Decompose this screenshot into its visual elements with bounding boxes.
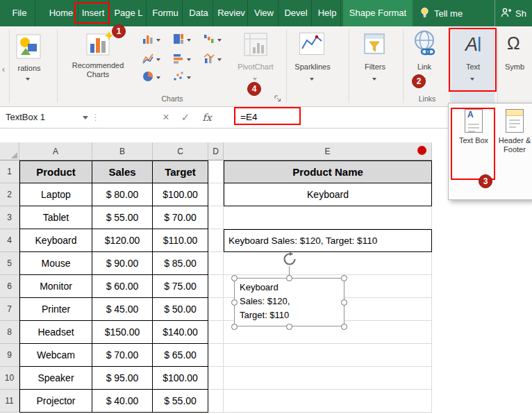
filters-button[interactable]: Filters — [350, 63, 400, 72]
link-button[interactable]: Link — [406, 63, 443, 72]
formula-input[interactable]: =E4 — [240, 107, 257, 127]
cell-A6[interactable]: Monitor — [19, 275, 92, 298]
cell-C11[interactable]: $ 55.00 — [153, 390, 208, 413]
insert-column-chart-button[interactable] — [138, 32, 165, 49]
row-header-11[interactable]: 11 — [0, 390, 19, 413]
cell-B2[interactable]: $ 80.00 — [92, 183, 153, 206]
row-header-4[interactable]: 4 — [0, 229, 19, 252]
tell-me[interactable]: Tell me — [419, 0, 463, 26]
cell-E5[interactable] — [224, 252, 432, 275]
cell-C5[interactable]: $ 85.00 — [153, 252, 208, 275]
cell-E2[interactable]: Keyboard — [224, 183, 432, 206]
cell-E1[interactable]: Product Name — [224, 160, 432, 183]
enter-button[interactable]: ✓ — [176, 107, 194, 128]
menu-item-text-box[interactable]: A Text Box — [454, 109, 494, 145]
cell-D9[interactable] — [208, 344, 224, 367]
cell-A9[interactable]: Webcam — [19, 344, 92, 367]
rotate-handle[interactable] — [283, 252, 297, 269]
cell-A1[interactable]: Product — [19, 160, 92, 183]
menu-item-header-footer[interactable]: Header & Footer — [498, 109, 531, 154]
tab-insert[interactable]: Insert — [78, 0, 109, 26]
cell-D1[interactable] — [208, 160, 224, 183]
resize-handle-bottom-right[interactable] — [341, 324, 347, 330]
cell-D3[interactable] — [208, 206, 224, 229]
symbols-button[interactable]: Symb — [497, 63, 532, 72]
cell-A2[interactable]: Laptop — [19, 183, 92, 206]
tab-review[interactable]: Reviev — [215, 0, 248, 26]
share-button[interactable]: Sh — [494, 0, 532, 26]
tab-file[interactable]: File — [4, 0, 35, 26]
cell-C6[interactable]: $ 75.00 — [153, 275, 208, 298]
cell-E11[interactable] — [224, 390, 432, 413]
row-header-2[interactable]: 2 — [0, 183, 19, 206]
cell-D4[interactable] — [208, 229, 224, 252]
cell-C2[interactable]: $100.00 — [153, 183, 208, 206]
insert-pie-chart-button[interactable] — [138, 69, 165, 86]
tab-home[interactable]: Home — [44, 0, 78, 26]
insert-scatter-chart-button[interactable] — [168, 69, 196, 86]
cell-B4[interactable]: $120.00 — [92, 229, 153, 252]
row-header-10[interactable]: 10 — [0, 367, 19, 390]
insert-line-chart-button[interactable] — [138, 51, 165, 68]
cancel-button[interactable]: × — [157, 107, 175, 128]
tab-page-layout[interactable]: Page L — [111, 0, 147, 26]
resize-handle-top-left[interactable] — [231, 275, 238, 281]
tab-formulas[interactable]: Formu — [149, 0, 183, 26]
tab-developer[interactable]: Devel — [281, 0, 312, 26]
column-header-A[interactable]: A — [19, 142, 92, 160]
cell-B11[interactable]: $ 40.00 — [92, 390, 153, 413]
insert-waterfall-chart-button[interactable] — [199, 32, 226, 49]
cell-C9[interactable]: $ 65.00 — [153, 344, 208, 367]
cell-E3[interactable] — [224, 206, 432, 229]
charts-dialog-launcher[interactable] — [274, 93, 282, 106]
row-header-9[interactable]: 9 — [0, 344, 19, 367]
cell-A10[interactable]: Speaker — [19, 367, 92, 390]
cell-A8[interactable]: Headset — [19, 321, 92, 344]
select-all-corner[interactable] — [0, 142, 19, 160]
cell-B8[interactable]: $150.00 — [92, 321, 153, 344]
name-box-dropdown-icon[interactable] — [83, 116, 88, 119]
recommended-charts-button[interactable]: Recommended Charts — [60, 61, 136, 79]
column-header-B[interactable]: B — [92, 142, 153, 160]
cell-B10[interactable]: $ 95.00 — [92, 367, 153, 390]
resize-handle-bottom-middle[interactable] — [286, 324, 292, 330]
insert-hierarchy-chart-button[interactable] — [168, 32, 196, 49]
cell-B1[interactable]: Sales — [92, 160, 153, 183]
cell-D2[interactable] — [208, 183, 224, 206]
cell-C1[interactable]: Target — [153, 160, 208, 183]
cell-E10[interactable] — [224, 367, 432, 390]
cell-B3[interactable]: $ 55.00 — [92, 206, 153, 229]
pivotchart-button[interactable]: PivotChart — [229, 63, 282, 72]
cell-B5[interactable]: $ 90.00 — [92, 252, 153, 275]
insert-function-button[interactable]: fx — [197, 107, 217, 128]
row-header-7[interactable]: 7 — [0, 298, 19, 321]
resize-handle-middle-right[interactable] — [341, 299, 347, 306]
tab-shape-format[interactable]: Shape Format — [343, 0, 413, 26]
cell-D11[interactable] — [208, 390, 224, 413]
tab-data[interactable]: Data — [185, 0, 213, 26]
cell-E4[interactable]: Keyboard Sales: $120, Target: $110 — [224, 229, 432, 252]
cell-C3[interactable]: $ 70.00 — [153, 206, 208, 229]
cell-A7[interactable]: Printer — [19, 298, 92, 321]
column-header-E[interactable]: E — [224, 142, 432, 160]
row-header-8[interactable]: 8 — [0, 321, 19, 344]
cell-C7[interactable]: $ 50.00 — [153, 298, 208, 321]
cell-D7[interactable] — [208, 298, 224, 321]
tab-help[interactable]: Help — [314, 0, 341, 26]
cell-A5[interactable]: Mouse — [19, 252, 92, 275]
resize-handle-bottom-left[interactable] — [231, 324, 238, 330]
resize-handle-top-middle[interactable] — [286, 275, 292, 281]
tab-view[interactable]: View — [250, 0, 279, 26]
sparklines-button[interactable]: Sparklines — [283, 63, 342, 72]
textbox-shape[interactable]: Keyboard Sales: $120, Target: $110 — [234, 278, 344, 326]
cell-B7[interactable]: $ 45.00 — [92, 298, 153, 321]
cell-A11[interactable]: Projector — [19, 390, 92, 413]
cell-D8[interactable] — [208, 321, 224, 344]
row-header-3[interactable]: 3 — [0, 206, 19, 229]
row-header-5[interactable]: 5 — [0, 252, 19, 275]
column-header-D[interactable]: D — [208, 142, 224, 160]
cell-B9[interactable]: $ 70.00 — [92, 344, 153, 367]
cell-A4[interactable]: Keyboard — [19, 229, 92, 252]
resize-handle-middle-left[interactable] — [231, 299, 238, 306]
cell-D10[interactable] — [208, 367, 224, 390]
